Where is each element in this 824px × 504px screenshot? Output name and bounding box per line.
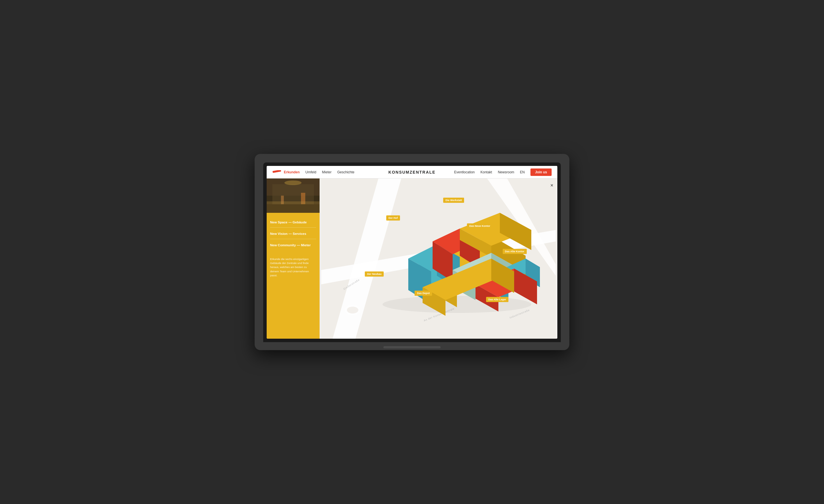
label-das-alte-lager[interactable]: Das Alte Lager <box>486 297 509 302</box>
label-das-alte-kontor[interactable]: Das Alte Kontor <box>503 249 527 254</box>
sidebar-image-inner <box>267 179 320 213</box>
svg-rect-8 <box>281 196 284 204</box>
svg-rect-6 <box>267 204 320 213</box>
nav-item-geschichte[interactable]: Geschichte <box>337 170 354 174</box>
sidebar-item-new-vision[interactable]: New Vision — Services <box>270 229 316 239</box>
sidebar-item-new-space[interactable]: New Space — Gebäude <box>270 217 316 228</box>
sidebar-description: Erkunde die sechs einzigartigen Gebäude … <box>267 255 320 282</box>
laptop-base <box>263 342 561 350</box>
label-das-neue-kontor[interactable]: Das Neue Kontor <box>467 223 492 228</box>
nav-item-newsroom[interactable]: Newsroom <box>498 170 514 174</box>
content-area: New Space — Gebäude New Vision — Service… <box>267 179 557 339</box>
map-area: × Gießerstraße An der Konsumzentrale <box>320 179 557 339</box>
navbar: Erkunden Umfeld Mieter Geschichte KONSUM… <box>267 166 557 179</box>
nav-logo: Erkunden <box>272 170 300 174</box>
label-die-werkstatt[interactable]: Die Werkstatt <box>443 198 464 203</box>
nav-item-mieter[interactable]: Mieter <box>322 170 331 174</box>
nav-brand: KONSUMZENTRALE <box>389 170 436 175</box>
join-button[interactable]: Join us <box>530 169 552 176</box>
nav-left: Erkunden Umfeld Mieter Geschichte <box>272 170 354 174</box>
sidebar-photo <box>267 179 320 213</box>
laptop-outer: Erkunden Umfeld Mieter Geschichte KONSUM… <box>254 154 570 350</box>
label-der-hof[interactable]: Der Hof <box>386 215 400 220</box>
nav-item-erkunden[interactable]: Erkunden <box>284 170 300 174</box>
sidebar-item-new-community[interactable]: New Community — Mieter <box>270 240 316 250</box>
nav-item-umfeld[interactable]: Umfeld <box>305 170 316 174</box>
nav-item-lang[interactable]: EN <box>520 170 525 174</box>
svg-rect-4 <box>272 184 314 207</box>
logo-icon <box>272 170 282 174</box>
svg-point-17 <box>347 307 358 313</box>
sidebar-menu: New Space — Gebäude New Vision — Service… <box>267 213 320 255</box>
sidebar: New Space — Gebäude New Vision — Service… <box>267 179 320 339</box>
label-das-depot[interactable]: Das Depot <box>415 291 432 296</box>
nav-item-kontakt[interactable]: Kontakt <box>480 170 492 174</box>
close-button[interactable]: × <box>550 183 553 189</box>
svg-point-5 <box>284 181 302 185</box>
screen: Erkunden Umfeld Mieter Geschichte KONSUM… <box>267 166 557 339</box>
svg-rect-7 <box>301 193 305 204</box>
label-der-neubau[interactable]: Der Neubau <box>365 272 384 277</box>
nav-right: Eventlocation Kontakt Newsroom EN Join u… <box>454 169 552 176</box>
sidebar-image <box>267 179 320 213</box>
building-svg <box>371 213 543 316</box>
screen-bezel: Erkunden Umfeld Mieter Geschichte KONSUM… <box>263 163 561 342</box>
nav-item-eventlocation[interactable]: Eventlocation <box>454 170 475 174</box>
